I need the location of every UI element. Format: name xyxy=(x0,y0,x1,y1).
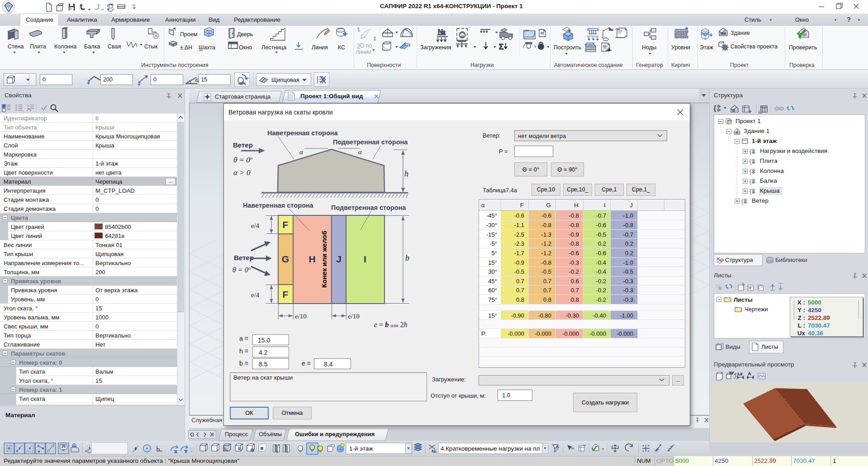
svg-text:Дверь: Дверь xyxy=(237,31,253,38)
svg-text:e/10: e/10 xyxy=(295,313,307,320)
svg-text:Наветренная сторона: Наветренная сторона xyxy=(243,202,314,209)
svg-text:Здание: Здание xyxy=(730,30,750,36)
svg-text:θ = 0o: θ = 0o xyxy=(233,155,253,164)
svg-text:{: { xyxy=(749,188,752,195)
svg-text:1-й этаж: 1-й этаж xyxy=(349,445,373,452)
svg-text:Стена: Стена xyxy=(8,43,24,50)
svg-text:Плита: Плита xyxy=(30,43,46,50)
svg-text:I: I xyxy=(364,254,366,264)
svg-text:№: № xyxy=(432,449,436,454)
svg-text:h: h xyxy=(404,169,408,178)
svg-text:#: # xyxy=(749,285,751,290)
svg-text:Этаж: Этаж xyxy=(700,44,714,51)
svg-text:α > 0: α > 0 xyxy=(233,168,251,177)
svg-text:Y: Y xyxy=(185,449,187,454)
svg-text:{: { xyxy=(749,168,752,175)
svg-text:Ноды: Ноды xyxy=(642,44,656,51)
svg-text:Построить: Построить xyxy=(554,44,581,51)
svg-text:Свойства проекта: Свойства проекта xyxy=(730,43,778,50)
svg-text:Свая: Свая xyxy=(108,43,121,50)
svg-text:1: 1 xyxy=(374,36,376,41)
svg-text:1.2: 1.2 xyxy=(737,372,743,376)
svg-text:{: { xyxy=(749,148,752,155)
svg-text:e = b или 2h: e = b или 2h xyxy=(374,321,407,328)
svg-text:b: b xyxy=(405,253,409,262)
svg-text:Загружения: Загружения xyxy=(420,44,451,51)
svg-text:4.Кратковременные нагрузки на: 4.Кратковременные нагрузки на пл xyxy=(441,445,540,452)
svg-text:H: H xyxy=(308,254,315,264)
svg-text:e/10: e/10 xyxy=(348,313,360,320)
svg-text:3D по: 3D по xyxy=(357,43,372,49)
svg-text:α: α xyxy=(299,148,304,156)
svg-text:{: { xyxy=(749,158,752,165)
svg-text:± ΔН: ± ΔН xyxy=(180,44,192,51)
svg-text:θ = 0o: θ = 0o xyxy=(232,266,251,274)
svg-text:Σ: Σ xyxy=(499,43,503,51)
svg-text:e/4: e/4 xyxy=(251,291,260,299)
svg-text:α: α xyxy=(358,148,362,156)
svg-text:Стык: Стык xyxy=(144,43,158,50)
svg-text:1: 1 xyxy=(357,27,360,32)
svg-text:Подветренная сторона: Подветренная сторона xyxy=(333,138,408,146)
svg-text:A: A xyxy=(748,371,751,376)
svg-text:Подветренная сторона: Подветренная сторона xyxy=(331,204,406,211)
svg-text:Окно: Окно xyxy=(239,44,252,51)
svg-text:J: J xyxy=(336,254,342,264)
svg-text:Балка: Балка xyxy=(84,43,100,50)
svg-text:Шахта: Шахта xyxy=(199,44,215,51)
svg-text:{: { xyxy=(741,198,744,204)
svg-text:x: x xyxy=(175,449,177,454)
svg-text:XY: XY xyxy=(729,371,734,375)
svg-text:Проверить: Проверить xyxy=(789,44,817,51)
svg-text:Лестница: Лестница xyxy=(261,44,286,51)
svg-text:Ветер: Ветер xyxy=(234,254,254,262)
svg-text:e/4: e/4 xyxy=(251,222,260,229)
svg-text:№: № xyxy=(438,28,446,35)
svg-text:Ветер: Ветер xyxy=(233,141,253,149)
svg-text:Колонна: Колонна xyxy=(54,43,76,50)
svg-text:G: G xyxy=(282,254,289,264)
svg-text:{: { xyxy=(714,105,716,112)
svg-text:КС: КС xyxy=(338,44,345,51)
svg-text:Уровни: Уровни xyxy=(671,44,690,51)
svg-text:линии: линии xyxy=(356,49,371,55)
svg-text:Линия: Линия xyxy=(312,44,328,51)
svg-text:Наветренная сторона: Наветренная сторона xyxy=(267,129,338,137)
svg-text:Проем: Проем xyxy=(180,31,197,38)
svg-text:Конек или желоб: Конек или желоб xyxy=(320,231,328,288)
svg-text:F: F xyxy=(283,289,289,300)
svg-text:{: { xyxy=(749,178,752,185)
svg-text:F: F xyxy=(283,219,289,230)
